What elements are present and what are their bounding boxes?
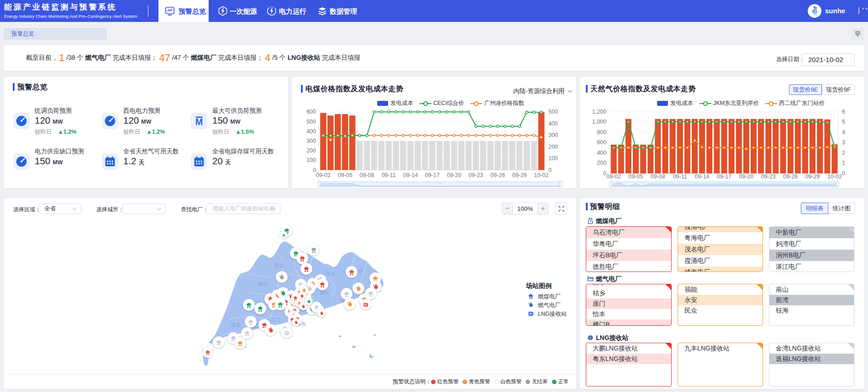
svg-text:09-05: 09-05: [629, 173, 643, 180]
svg-text:200: 200: [597, 160, 606, 166]
svg-text:09-11: 09-11: [382, 172, 396, 178]
svg-text:4: 4: [842, 129, 845, 136]
svg-text:600: 600: [597, 139, 606, 146]
svg-text:400: 400: [548, 120, 558, 127]
svg-text:600: 600: [306, 109, 316, 115]
svg-text:09-11: 09-11: [673, 173, 687, 180]
svg-text:200: 200: [306, 147, 316, 154]
svg-text:1,200: 1,200: [592, 109, 606, 115]
svg-text:09-26: 09-26: [783, 173, 798, 180]
svg-text:惠州: 惠州: [320, 290, 330, 296]
svg-text:6: 6: [842, 109, 845, 115]
svg-text:1,000: 1,000: [592, 119, 606, 125]
svg-text:河源: 河源: [325, 271, 335, 277]
svg-text:100: 100: [548, 155, 558, 162]
svg-text:09-17: 09-17: [717, 173, 731, 180]
svg-text:500: 500: [306, 119, 316, 125]
svg-text:10-02: 10-02: [827, 173, 842, 180]
svg-text:0: 0: [603, 170, 606, 177]
svg-text:300: 300: [548, 132, 558, 138]
svg-text:09-14: 09-14: [695, 173, 710, 180]
svg-text:0: 0: [548, 167, 552, 173]
svg-text:清远: 清远: [274, 263, 284, 268]
svg-text:3: 3: [842, 139, 845, 146]
svg-text:1: 1: [842, 160, 845, 166]
svg-text:09-08: 09-08: [651, 173, 665, 180]
svg-text:300: 300: [306, 138, 316, 144]
svg-text:09-23: 09-23: [468, 172, 483, 178]
svg-text:500: 500: [548, 109, 558, 115]
svg-text:09-02: 09-02: [606, 173, 621, 180]
svg-text:09-20: 09-20: [739, 173, 753, 180]
svg-text:09-29: 09-29: [805, 173, 820, 180]
svg-text:200: 200: [548, 144, 558, 150]
svg-text:10-02: 10-02: [534, 172, 549, 178]
svg-text:肇庆: 肇庆: [258, 281, 268, 287]
svg-text:5: 5: [842, 119, 845, 125]
svg-text:M: M: [195, 117, 203, 127]
svg-text:800: 800: [597, 129, 606, 136]
svg-text:茂名: 茂名: [231, 322, 241, 328]
svg-text:09-29: 09-29: [512, 172, 527, 178]
svg-text:09-23: 09-23: [761, 173, 776, 180]
svg-text:09-14: 09-14: [403, 172, 418, 178]
svg-text:0: 0: [313, 167, 316, 173]
svg-text:09-26: 09-26: [490, 172, 505, 178]
svg-text:100: 100: [306, 157, 316, 163]
svg-text:09-17: 09-17: [425, 172, 440, 178]
svg-text:400: 400: [597, 150, 606, 156]
svg-text:09-02: 09-02: [316, 172, 331, 178]
svg-text:0: 0: [842, 170, 845, 177]
svg-text:09-05: 09-05: [338, 172, 352, 178]
svg-text:2: 2: [842, 150, 845, 156]
svg-text:09-20: 09-20: [447, 172, 462, 178]
svg-text:江门: 江门: [269, 317, 279, 322]
svg-text:09-08: 09-08: [360, 172, 374, 178]
svg-text:400: 400: [306, 128, 316, 135]
